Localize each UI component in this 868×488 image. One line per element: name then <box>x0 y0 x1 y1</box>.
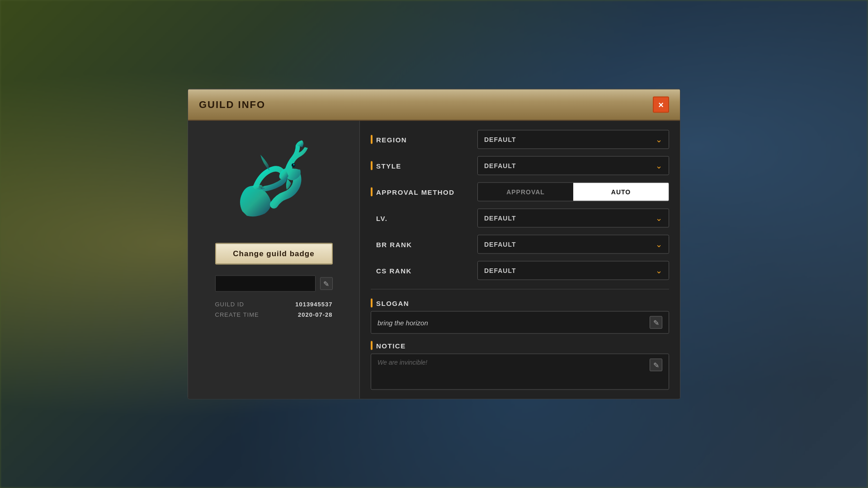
slogan-field-row: bring the horizon ✎ <box>371 311 669 334</box>
lv-label: LV. <box>376 214 387 222</box>
region-accent <box>371 135 373 144</box>
create-time-value: 2020-07-28 <box>298 311 333 318</box>
slogan-edit-button[interactable]: ✎ <box>650 316 662 329</box>
notice-edit-button[interactable]: ✎ <box>650 359 662 371</box>
notice-label: NOTICE <box>376 342 406 349</box>
modal-title: GUILD INFO <box>199 99 265 111</box>
style-row: STYLE DEFAULT ⌄ <box>371 156 669 175</box>
guild-id-label: GUILD ID <box>215 301 244 308</box>
divider-1 <box>371 289 669 290</box>
guild-name-row: ✎ <box>215 276 333 292</box>
lv-dropdown[interactable]: DEFAULT ⌄ <box>477 209 669 228</box>
approval-label-container: APPROVAL METHOD <box>371 188 470 197</box>
br-rank-row: BR RANK DEFAULT ⌄ <box>371 235 669 254</box>
right-panel: REGION DEFAULT ⌄ STYLE DEFAULT ⌄ <box>360 121 680 399</box>
style-label: STYLE <box>376 162 401 169</box>
style-accent <box>371 161 373 170</box>
cs-rank-dropdown[interactable]: DEFAULT ⌄ <box>477 261 669 280</box>
style-dropdown-arrow: ⌄ <box>656 161 662 171</box>
br-rank-value: DEFAULT <box>484 241 516 248</box>
br-rank-dropdown[interactable]: DEFAULT ⌄ <box>477 235 669 254</box>
lv-value: DEFAULT <box>484 215 516 222</box>
approval-accent <box>371 188 373 197</box>
guild-badge-area <box>224 135 324 234</box>
br-rank-label-container: BR RANK <box>371 240 470 249</box>
lv-row: LV. DEFAULT ⌄ <box>371 209 669 228</box>
guild-info-table: GUILD ID 1013945537 CREATE TIME 2020-07-… <box>215 301 333 322</box>
create-time-label: CREATE TIME <box>215 311 259 318</box>
slogan-section: SLOGAN bring the horizon ✎ <box>371 299 669 334</box>
approval-option-manual[interactable]: APPROVAL <box>478 183 573 201</box>
approval-row: APPROVAL METHOD APPROVAL AUTO <box>371 183 669 202</box>
slogan-value: bring the horizon <box>377 319 645 326</box>
region-row: REGION DEFAULT ⌄ <box>371 130 669 149</box>
change-badge-button[interactable]: Change guild badge <box>215 243 333 265</box>
slogan-edit-icon: ✎ <box>653 318 659 327</box>
region-label: REGION <box>376 136 407 143</box>
cs-rank-label: CS RANK <box>376 267 412 274</box>
guild-id-row: GUILD ID 1013945537 <box>215 301 333 308</box>
approval-toggle: APPROVAL AUTO <box>477 183 669 202</box>
create-time-row: CREATE TIME 2020-07-28 <box>215 311 333 318</box>
close-button[interactable]: × <box>653 97 669 113</box>
approval-option-auto[interactable]: AUTO <box>573 183 669 201</box>
style-dropdown[interactable]: DEFAULT ⌄ <box>477 156 669 175</box>
cs-rank-dropdown-arrow: ⌄ <box>656 266 662 276</box>
notice-header: NOTICE <box>371 341 669 350</box>
close-icon: × <box>658 99 664 110</box>
notice-section: NOTICE We are invincible! ✎ <box>371 341 669 390</box>
region-dropdown[interactable]: DEFAULT ⌄ <box>477 130 669 149</box>
lv-label-container: LV. <box>371 214 470 223</box>
approval-label: APPROVAL METHOD <box>376 188 455 196</box>
region-value: DEFAULT <box>484 136 516 143</box>
svg-point-1 <box>293 164 294 165</box>
guild-name-field <box>215 276 316 292</box>
slogan-header: SLOGAN <box>371 299 669 308</box>
style-value: DEFAULT <box>484 162 516 169</box>
region-label-container: REGION <box>371 135 470 144</box>
cs-rank-label-container: CS RANK <box>371 266 470 275</box>
lv-dropdown-arrow: ⌄ <box>656 213 662 223</box>
style-label-container: STYLE <box>371 161 470 170</box>
guild-id-value: 1013945537 <box>295 301 332 308</box>
guild-info-modal: GUILD INFO × <box>188 89 680 399</box>
cs-rank-value: DEFAULT <box>484 267 516 274</box>
guild-badge-image <box>229 139 319 230</box>
edit-icon: ✎ <box>323 279 329 288</box>
left-panel: Change guild badge ✎ GUILD ID 1013945537… <box>188 121 360 399</box>
slogan-accent <box>371 299 373 308</box>
notice-placeholder-text: We are invincible! <box>377 359 645 366</box>
notice-edit-icon: ✎ <box>653 361 659 369</box>
br-rank-label: BR RANK <box>376 240 412 248</box>
modal-body: Change guild badge ✎ GUILD ID 1013945537… <box>188 121 680 399</box>
cs-rank-row: CS RANK DEFAULT ⌄ <box>371 261 669 280</box>
slogan-label: SLOGAN <box>376 299 409 307</box>
br-rank-dropdown-arrow: ⌄ <box>656 239 662 249</box>
modal-titlebar: GUILD INFO × <box>188 89 680 121</box>
guild-name-edit-button[interactable]: ✎ <box>320 277 333 290</box>
notice-field-row: We are invincible! ✎ <box>371 354 669 390</box>
notice-accent <box>371 341 373 350</box>
region-dropdown-arrow: ⌄ <box>656 135 662 145</box>
